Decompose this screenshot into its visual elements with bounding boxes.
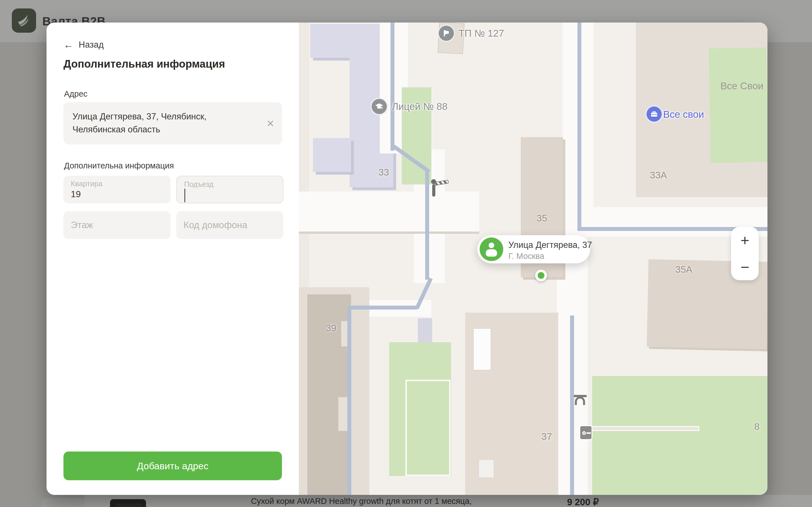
- map-zoom-control: + −: [731, 227, 759, 280]
- house-number: 37: [541, 431, 552, 442]
- map-pin-dot: [535, 270, 547, 281]
- address-input[interactable]: Улица Дегтярева, 37, Челябинск, Челябинс…: [63, 102, 282, 145]
- road-line: [570, 316, 574, 495]
- barrier-icon: [432, 182, 449, 196]
- park-bottom-right: [592, 376, 767, 495]
- map-ground: [299, 22, 309, 287]
- road-line: [425, 171, 429, 280]
- substation-icon: [438, 24, 455, 42]
- entrance-field[interactable]: Подъезд: [176, 176, 283, 203]
- screen: Валта B2B Сухой корм AWARD Healthy growt…: [0, 0, 812, 507]
- zoom-out-button[interactable]: −: [731, 253, 759, 280]
- road: [299, 191, 479, 234]
- footpath: [588, 426, 699, 431]
- address-label: Адрес: [64, 89, 87, 99]
- back-arrow-icon: ←: [63, 39, 73, 51]
- popup-city: Г. Москва: [508, 251, 544, 261]
- house-number: 8: [754, 421, 760, 432]
- building-small-white: [478, 459, 494, 478]
- house-number: 33А: [650, 170, 667, 180]
- address-popup: Улица Дегтярева, 37 Г. Москва: [477, 235, 590, 263]
- building-school-wing-bottom: [313, 138, 351, 172]
- modal-title: Дополнительная информация: [63, 58, 225, 70]
- address-form-panel: ← Назад Дополнительная информация Адрес …: [47, 22, 299, 495]
- road-line: [348, 305, 417, 309]
- house-number: 39: [326, 323, 336, 334]
- park-inner-path: [405, 380, 451, 476]
- floor-placeholder: Этаж: [71, 220, 93, 230]
- add-address-modal: ← Назад Дополнительная информация Адрес …: [47, 22, 767, 495]
- person-icon: [479, 237, 503, 261]
- school-icon: [370, 98, 388, 115]
- intercom-placeholder: Код домофона: [184, 220, 247, 230]
- road-line: [577, 22, 581, 227]
- poi-label-school: Лицей № 88: [392, 101, 448, 112]
- popup-address: Улица Дегтярева, 37: [508, 240, 592, 250]
- road-line: [391, 22, 395, 151]
- building-small-lavender: [418, 318, 432, 346]
- apartment-field[interactable]: Квартира 19: [63, 176, 170, 203]
- apartment-label: Квартира: [71, 179, 102, 188]
- road-line: [347, 307, 351, 495]
- add-address-button[interactable]: Добавить адрес: [63, 452, 282, 480]
- apartment-value: 19: [71, 189, 81, 200]
- business-icon: [645, 105, 663, 123]
- address-value: Улица Дегтярева, 37, Челябинск, Челябинс…: [72, 110, 242, 136]
- zoom-in-button[interactable]: +: [731, 227, 759, 253]
- intercom-field[interactable]: Код домофона: [176, 211, 283, 239]
- poi-label-tp: ТП № 127: [458, 27, 504, 39]
- clear-address-icon[interactable]: ×: [267, 117, 274, 129]
- house-number: 35А: [675, 264, 693, 275]
- area-label-vse-svoi: Все Свои: [720, 80, 763, 92]
- text-cursor: [185, 189, 185, 202]
- overpass-icon: [574, 395, 587, 406]
- park-vse-svoi: [709, 47, 767, 163]
- back-button[interactable]: ← Назад: [63, 39, 104, 51]
- poi-label-vse-svoi: Все свои: [663, 109, 704, 120]
- map[interactable]: 33 33А 35 35А 39 37 8 ТП № 127 Лицей № 8…: [299, 22, 767, 495]
- additional-info-label: Дополнительна информация: [64, 161, 174, 170]
- back-label: Назад: [79, 40, 104, 50]
- building-small-white: [473, 328, 491, 371]
- house-number: 33: [378, 167, 389, 178]
- floor-field[interactable]: Этаж: [63, 211, 170, 239]
- house-number: 35: [537, 213, 547, 224]
- entrance-label: Подъезд: [184, 180, 213, 189]
- gate-key-icon: [579, 425, 592, 440]
